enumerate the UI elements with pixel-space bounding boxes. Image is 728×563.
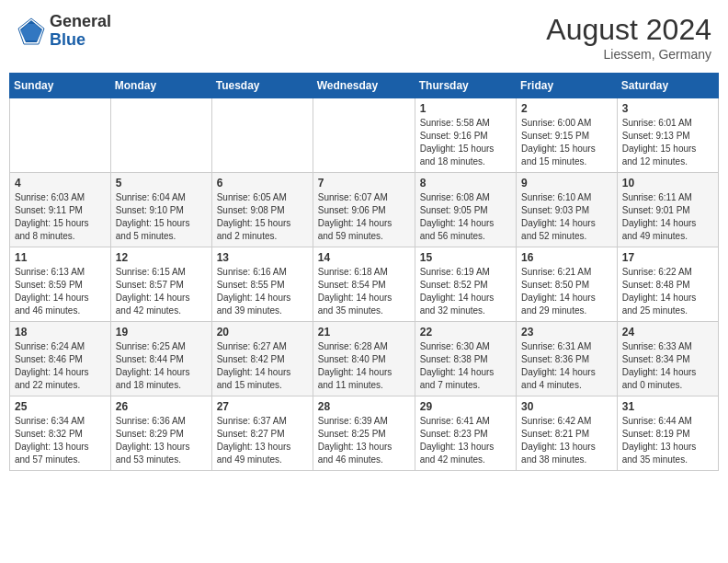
weekday-header-wednesday: Wednesday xyxy=(313,74,415,98)
day-number: 14 xyxy=(318,251,410,264)
calendar-cell: 28Sunrise: 6:39 AM Sunset: 8:25 PM Dayli… xyxy=(313,396,415,471)
calendar-cell: 22Sunrise: 6:30 AM Sunset: 8:38 PM Dayli… xyxy=(415,322,516,396)
logo-blue: Blue xyxy=(50,31,111,50)
day-number: 24 xyxy=(622,326,713,339)
weekday-header-friday: Friday xyxy=(517,74,618,98)
calendar-cell: 30Sunrise: 6:42 AM Sunset: 8:21 PM Dayli… xyxy=(517,396,618,471)
day-number: 27 xyxy=(217,400,308,413)
day-number: 28 xyxy=(318,400,410,413)
calendar-cell: 23Sunrise: 6:31 AM Sunset: 8:36 PM Dayli… xyxy=(517,322,618,396)
calendar-table: SundayMondayTuesdayWednesdayThursdayFrid… xyxy=(9,73,719,471)
weekday-header-thursday: Thursday xyxy=(415,74,516,98)
calendar-week-row: 18Sunrise: 6:24 AM Sunset: 8:46 PM Dayli… xyxy=(10,322,719,396)
calendar-cell: 31Sunrise: 6:44 AM Sunset: 8:19 PM Dayli… xyxy=(617,396,718,471)
calendar-cell: 17Sunrise: 6:22 AM Sunset: 8:48 PM Dayli… xyxy=(617,247,718,322)
day-info: Sunrise: 6:01 AM Sunset: 9:13 PM Dayligh… xyxy=(622,117,713,168)
day-info: Sunrise: 6:16 AM Sunset: 8:55 PM Dayligh… xyxy=(217,266,308,317)
day-info: Sunrise: 6:03 AM Sunset: 9:11 PM Dayligh… xyxy=(15,191,106,243)
day-info: Sunrise: 6:24 AM Sunset: 8:46 PM Dayligh… xyxy=(15,340,106,392)
day-number: 19 xyxy=(116,326,207,339)
day-number: 12 xyxy=(116,251,207,264)
day-number: 7 xyxy=(318,177,410,190)
calendar-cell xyxy=(10,98,111,173)
day-number: 30 xyxy=(521,400,612,413)
weekday-header-row: SundayMondayTuesdayWednesdayThursdayFrid… xyxy=(10,74,719,98)
day-number: 9 xyxy=(521,177,612,190)
day-info: Sunrise: 6:44 AM Sunset: 8:19 PM Dayligh… xyxy=(622,415,713,466)
logo-icon xyxy=(17,17,46,46)
logo: General Blue xyxy=(17,13,111,50)
day-info: Sunrise: 5:58 AM Sunset: 9:16 PM Dayligh… xyxy=(420,117,511,168)
day-number: 20 xyxy=(217,326,308,339)
month-year-title: August 2024 xyxy=(546,13,711,47)
calendar-cell xyxy=(211,98,313,173)
day-number: 31 xyxy=(622,400,713,413)
calendar-cell: 10Sunrise: 6:11 AM Sunset: 9:01 PM Dayli… xyxy=(617,173,718,247)
weekday-header-sunday: Sunday xyxy=(10,74,111,98)
calendar-cell: 27Sunrise: 6:37 AM Sunset: 8:27 PM Dayli… xyxy=(211,396,313,471)
day-number: 6 xyxy=(217,177,308,190)
day-info: Sunrise: 6:15 AM Sunset: 8:57 PM Dayligh… xyxy=(116,266,207,317)
calendar-cell: 5Sunrise: 6:04 AM Sunset: 9:10 PM Daylig… xyxy=(110,173,211,247)
calendar-cell: 18Sunrise: 6:24 AM Sunset: 8:46 PM Dayli… xyxy=(10,322,111,396)
day-info: Sunrise: 6:05 AM Sunset: 9:08 PM Dayligh… xyxy=(217,191,308,243)
day-info: Sunrise: 6:39 AM Sunset: 8:25 PM Dayligh… xyxy=(318,415,410,466)
calendar-cell: 2Sunrise: 6:00 AM Sunset: 9:15 PM Daylig… xyxy=(517,98,618,173)
calendar-cell: 26Sunrise: 6:36 AM Sunset: 8:29 PM Dayli… xyxy=(110,396,211,471)
day-number: 21 xyxy=(318,326,410,339)
day-info: Sunrise: 6:41 AM Sunset: 8:23 PM Dayligh… xyxy=(420,415,511,466)
day-number: 2 xyxy=(521,102,612,115)
day-number: 26 xyxy=(116,400,207,413)
day-number: 25 xyxy=(15,400,106,413)
day-info: Sunrise: 6:31 AM Sunset: 8:36 PM Dayligh… xyxy=(521,340,612,392)
day-info: Sunrise: 6:34 AM Sunset: 8:32 PM Dayligh… xyxy=(15,415,106,466)
day-info: Sunrise: 6:13 AM Sunset: 8:59 PM Dayligh… xyxy=(15,266,106,317)
calendar-week-row: 4Sunrise: 6:03 AM Sunset: 9:11 PM Daylig… xyxy=(10,173,719,247)
logo-text: General Blue xyxy=(50,13,111,50)
svg-marker-2 xyxy=(20,24,42,40)
calendar-cell: 11Sunrise: 6:13 AM Sunset: 8:59 PM Dayli… xyxy=(10,247,111,322)
day-number: 23 xyxy=(521,326,612,339)
day-number: 10 xyxy=(622,177,713,190)
day-info: Sunrise: 6:10 AM Sunset: 9:03 PM Dayligh… xyxy=(521,191,612,243)
weekday-header-tuesday: Tuesday xyxy=(211,74,313,98)
title-block: August 2024 Liessem, Germany xyxy=(546,13,711,62)
calendar-cell: 12Sunrise: 6:15 AM Sunset: 8:57 PM Dayli… xyxy=(110,247,211,322)
page-header: General Blue August 2024 Liessem, German… xyxy=(9,9,719,65)
calendar-cell: 13Sunrise: 6:16 AM Sunset: 8:55 PM Dayli… xyxy=(211,247,313,322)
calendar-cell: 9Sunrise: 6:10 AM Sunset: 9:03 PM Daylig… xyxy=(517,173,618,247)
day-number: 4 xyxy=(15,177,106,190)
day-info: Sunrise: 6:08 AM Sunset: 9:05 PM Dayligh… xyxy=(420,191,511,243)
calendar-cell: 29Sunrise: 6:41 AM Sunset: 8:23 PM Dayli… xyxy=(415,396,516,471)
day-number: 8 xyxy=(420,177,511,190)
logo-general: General xyxy=(50,13,111,31)
day-number: 15 xyxy=(420,251,511,264)
day-number: 18 xyxy=(15,326,106,339)
day-info: Sunrise: 6:25 AM Sunset: 8:44 PM Dayligh… xyxy=(116,340,207,392)
day-number: 22 xyxy=(420,326,511,339)
calendar-week-row: 1Sunrise: 5:58 AM Sunset: 9:16 PM Daylig… xyxy=(10,98,719,173)
day-info: Sunrise: 6:27 AM Sunset: 8:42 PM Dayligh… xyxy=(217,340,308,392)
calendar-cell: 1Sunrise: 5:58 AM Sunset: 9:16 PM Daylig… xyxy=(415,98,516,173)
day-number: 5 xyxy=(116,177,207,190)
calendar-cell: 8Sunrise: 6:08 AM Sunset: 9:05 PM Daylig… xyxy=(415,173,516,247)
day-number: 1 xyxy=(420,102,511,115)
day-number: 13 xyxy=(217,251,308,264)
weekday-header-saturday: Saturday xyxy=(617,74,718,98)
calendar-cell: 16Sunrise: 6:21 AM Sunset: 8:50 PM Dayli… xyxy=(517,247,618,322)
day-info: Sunrise: 6:37 AM Sunset: 8:27 PM Dayligh… xyxy=(217,415,308,466)
calendar-week-row: 25Sunrise: 6:34 AM Sunset: 8:32 PM Dayli… xyxy=(10,396,719,471)
day-info: Sunrise: 6:04 AM Sunset: 9:10 PM Dayligh… xyxy=(116,191,207,243)
calendar-cell: 21Sunrise: 6:28 AM Sunset: 8:40 PM Dayli… xyxy=(313,322,415,396)
day-info: Sunrise: 6:28 AM Sunset: 8:40 PM Dayligh… xyxy=(318,340,410,392)
day-info: Sunrise: 6:36 AM Sunset: 8:29 PM Dayligh… xyxy=(116,415,207,466)
day-number: 3 xyxy=(622,102,713,115)
calendar-week-row: 11Sunrise: 6:13 AM Sunset: 8:59 PM Dayli… xyxy=(10,247,719,322)
day-info: Sunrise: 6:07 AM Sunset: 9:06 PM Dayligh… xyxy=(318,191,410,243)
calendar-cell: 6Sunrise: 6:05 AM Sunset: 9:08 PM Daylig… xyxy=(211,173,313,247)
calendar-cell: 4Sunrise: 6:03 AM Sunset: 9:11 PM Daylig… xyxy=(10,173,111,247)
day-number: 16 xyxy=(521,251,612,264)
day-number: 29 xyxy=(420,400,511,413)
calendar-cell: 24Sunrise: 6:33 AM Sunset: 8:34 PM Dayli… xyxy=(617,322,718,396)
day-number: 11 xyxy=(15,251,106,264)
